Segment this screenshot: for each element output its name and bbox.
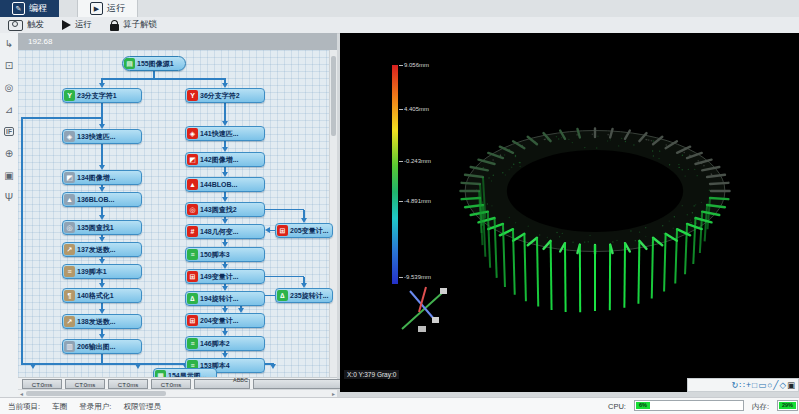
flow-node-138[interactable]: ↗138发送数... [62,314,142,329]
condition-if-icon[interactable]: IF [0,124,18,140]
project-value: 车圈 [52,402,67,411]
flow-node-136[interactable]: ▲136BLOB... [62,192,142,207]
flow-node-134[interactable]: ◩134图像增... [62,170,142,185]
pan-view-icon[interactable]: ∷ [740,379,745,391]
flow-node-label: 206输出图... [77,342,116,352]
layers-icon[interactable]: ▣ [787,379,795,391]
flow-node-148[interactable]: #148几何变... [185,224,265,239]
flowchart-canvas[interactable]: ▤155图像源1Y23分支字符1Y36分支字符2◈133快速匹...◩134图像… [18,50,337,377]
flow-node-135[interactable]: ◎135圆查找1 [62,220,142,235]
flow-node-235[interactable]: ∆235旋转计... [275,288,333,303]
flow-node-154[interactable]: ▦154显示图... [153,368,217,377]
status-bar: 当前项目: 车圈 登录用户: 权限管理员 CPU: 6% 内存: 29% [0,397,799,414]
tab-run-mode[interactable]: ▶ 运行 [77,0,138,17]
axis-gizmo[interactable] [396,285,448,335]
flow-node-144[interactable]: ▲144BLOB... [185,177,265,192]
tools-icon[interactable]: Ψ [0,190,18,206]
flag-roi-icon[interactable]: ▭ [758,379,766,391]
cpu-label: CPU: [608,402,626,411]
flow-node-143[interactable]: ◎143圆查找2 [185,202,265,217]
rect-roi-icon[interactable]: □ [752,379,757,391]
flow-node-label: 144BLOB... [200,181,237,188]
flow-node-label: 205变量计... [290,226,329,236]
diamond-roi-icon[interactable]: ◇ [779,379,786,391]
branch-char-icon: Y [64,90,75,101]
circle-find-icon: ◎ [64,222,75,233]
target-icon[interactable]: ◎ [0,80,18,96]
run-button[interactable]: 运行 [62,19,92,31]
flow-node-label: 155图像源1 [137,59,174,69]
flow-node-23[interactable]: Y23分支字符1 [62,88,142,103]
tab-programming[interactable]: ✎ 编程 [0,0,59,17]
flow-node-141[interactable]: ◈141快速匹... [185,126,265,141]
flow-node-label: 136BLOB... [77,196,114,203]
flow-node-36[interactable]: Y36分支字符2 [185,88,265,103]
main-toolbar: 触发 运行 算子解锁 [0,17,799,34]
play-icon [62,20,71,30]
display-icon: ▦ [155,370,166,377]
send-data-icon: ↗ [64,244,75,255]
flow-vertical-scrollbar[interactable] [329,50,337,377]
flow-node-label: 142图像增... [200,155,239,165]
connector-line [101,207,103,215]
display-monitor-icon[interactable]: ▣ [0,168,18,184]
trigger-button[interactable]: 触发 [8,19,44,31]
flow-node-155[interactable]: ▤155图像源1 [122,56,186,71]
flow-node-label: 235旋转计... [290,291,329,301]
rotate-view-icon[interactable]: ↻ [731,379,738,391]
image-source-icon: ▤ [124,58,135,69]
flow-node-146[interactable]: ≡146脚本2 [185,336,265,351]
hscroll-thumb[interactable] [26,391,166,396]
capture-icon[interactable]: ⊡ [0,58,18,74]
user-label: 登录用户: [79,402,111,411]
result-tab[interactable]: CT:0ms [108,379,148,389]
geometry-icon: # [187,226,198,237]
result-tab[interactable] [253,379,341,389]
format-icon: ¶ [64,290,75,301]
result-tab[interactable]: CT:0ms [65,379,105,389]
memory-field: 29% [777,400,798,411]
blob-icon: ▲ [64,194,75,205]
send-data-icon: ↗ [64,316,75,327]
flow-node-label: 141快速匹... [200,129,239,139]
flow-node-label: 133快速匹... [77,132,116,142]
axis-label-chip [432,317,439,323]
result-tab[interactable]: CT:0ms [22,379,62,389]
colorbar-tick-label: -0.243mm [399,158,431,164]
flow-node-label: 140格式化1 [77,291,114,301]
flow-node-205[interactable]: ⊞205变量计... [275,223,333,238]
rotate-calc-icon: ∆ [187,293,198,304]
globe-icon[interactable]: ⊕ [0,146,18,162]
branch-char-icon: Y [187,90,198,101]
flow-node-204[interactable]: ⊞204变量计... [185,313,265,328]
circle-roi-icon[interactable]: ○ [767,379,772,391]
point-cloud-gear[interactable] [340,33,799,392]
flow-node-206[interactable]: ▥206输出图... [62,339,142,354]
flow-node-140[interactable]: ¶140格式化1 [62,288,142,303]
axis-y-line [410,291,434,319]
zoom-in-icon[interactable]: + [746,379,751,391]
operator-unlock-button[interactable]: 算子解锁 [110,19,157,31]
image-enhance-icon: ◩ [187,154,198,165]
flow-node-label: 135圆查找1 [77,223,114,233]
flow-node-label: 204变量计... [200,316,239,326]
flow-node-149[interactable]: ⊞149变量计... [185,269,265,284]
result-tab[interactable]: CT:0ms [151,379,191,389]
flow-node-150[interactable]: ≡150脚本3 [185,247,265,262]
flow-node-137[interactable]: ↗137发送数... [62,242,142,257]
connector-arrow [135,364,141,369]
calibration-chart-icon[interactable]: ⊿ [0,102,18,118]
colorbar-tick-label: 4.405mm [399,106,429,112]
flow-node-label: 150脚本3 [200,250,230,260]
viewer-3d[interactable]: 9.056mm4.405mm-0.243mm-4.891mm-9.539mm X… [340,33,799,392]
memory-label: 内存: [752,402,769,412]
flow-node-142[interactable]: ◩142图像增... [185,152,265,167]
play-box-icon: ▶ [90,2,103,15]
flow-node-133[interactable]: ◈133快速匹... [62,129,142,144]
quick-match-icon: ◈ [64,131,75,142]
line-roi-icon[interactable]: ╱ [773,379,778,391]
flow-node-194[interactable]: ∆194旋转计... [185,291,265,306]
collapse-flow-icon[interactable]: ↳ [0,36,18,52]
flow-node-139[interactable]: ≡139脚本1 [62,264,142,279]
script-icon: ≡ [64,266,75,277]
